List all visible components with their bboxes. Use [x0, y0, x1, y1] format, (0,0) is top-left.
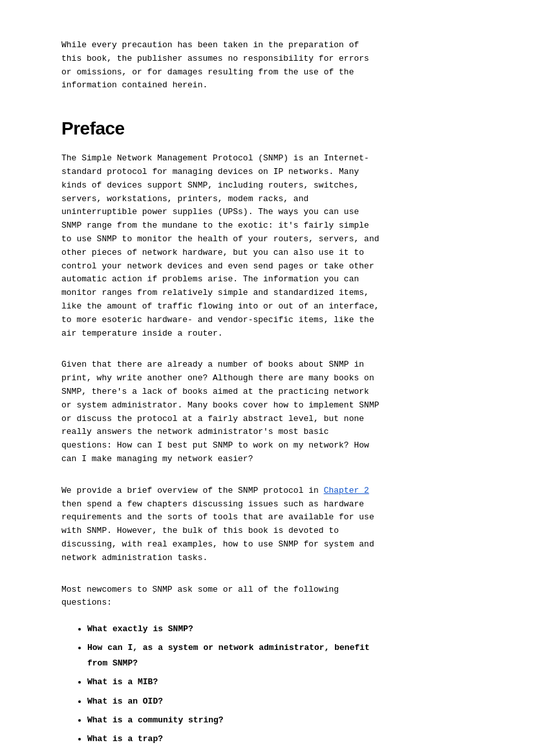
questions-list: What exactly is SNMP? How can I, as a sy… — [87, 621, 473, 747]
chapter2-link[interactable]: Chapter 2 — [324, 486, 369, 495]
paragraph-3-after-link: then spend a few chapters discussing iss… — [61, 499, 374, 563]
list-item: What is a MIB? — [87, 675, 473, 689]
list-item: What is a community string? — [87, 713, 473, 728]
paragraph-3: We provide a brief overview of the SNMP … — [61, 484, 473, 565]
list-item: What is an OID? — [87, 694, 473, 709]
page-container: While every precaution has been taken in… — [0, 0, 534, 756]
paragraph-2-text: Given that there are already a number of… — [61, 360, 379, 464]
list-item: What is a trap? — [87, 731, 473, 746]
paragraph-4: Most newcomers to SNMP ask some or all o… — [61, 583, 473, 610]
disclaimer-text: While every precaution has been taken in… — [61, 39, 473, 92]
list-item: How can I, as a system or network admini… — [87, 640, 473, 671]
paragraph-4-text: Most newcomers to SNMP ask some or all o… — [61, 585, 339, 608]
preface-title-text: Preface — [61, 118, 125, 138]
paragraph-1-text: The Simple Network Management Protocol (… — [61, 153, 379, 338]
paragraph-2: Given that there are already a number of… — [61, 358, 473, 466]
paragraph-1: The Simple Network Management Protocol (… — [61, 152, 473, 340]
preface-title: Preface — [61, 118, 473, 139]
disclaimer-content: While every precaution has been taken in… — [61, 40, 369, 90]
list-item: What exactly is SNMP? — [87, 621, 473, 636]
paragraph-3-before-link: We provide a brief overview of the SNMP … — [61, 486, 319, 495]
